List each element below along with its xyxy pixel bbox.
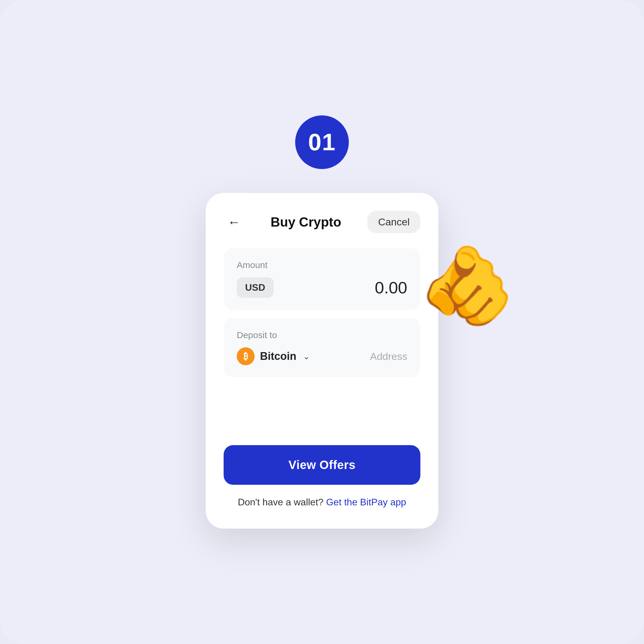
spacer [224, 386, 420, 445]
footer: Don't have a wallet? Get the BitPay app [224, 497, 420, 508]
amount-label: Amount [237, 260, 407, 270]
page-title: Buy Crypto [271, 215, 341, 230]
amount-value[interactable]: 0.00 [375, 278, 407, 297]
bitcoin-icon: ₿ [237, 347, 255, 365]
view-offers-button[interactable]: View Offers [224, 445, 420, 485]
bitpay-app-link[interactable]: Get the BitPay app [326, 497, 406, 507]
page-wrapper: 01 ← Buy Crypto Cancel Amount USD 0.00 [0, 0, 644, 644]
address-label[interactable]: Address [370, 351, 407, 362]
step-badge: 01 [295, 115, 349, 169]
deposit-row: ₿ Bitcoin ⌄ Address [237, 347, 407, 365]
cancel-button[interactable]: Cancel [367, 211, 420, 233]
amount-card: Amount USD 0.00 [224, 248, 420, 310]
phone-card: ← Buy Crypto Cancel Amount USD 0.00 Depo… [206, 193, 438, 529]
back-arrow-icon: ← [227, 216, 241, 229]
currency-badge[interactable]: USD [237, 277, 274, 298]
chevron-down-icon: ⌄ [303, 352, 310, 361]
back-button[interactable]: ← [224, 212, 244, 233]
pointing-hand-icon: 🫵 [419, 247, 516, 324]
footer-static-text: Don't have a wallet? [238, 497, 323, 507]
amount-row: USD 0.00 [237, 277, 407, 298]
deposit-card: Deposit to ₿ Bitcoin ⌄ Address [224, 318, 420, 377]
step-number: 01 [308, 129, 336, 156]
header: ← Buy Crypto Cancel [224, 211, 420, 233]
crypto-selector[interactable]: ₿ Bitcoin ⌄ [237, 347, 310, 365]
phone-container: ← Buy Crypto Cancel Amount USD 0.00 Depo… [206, 193, 438, 529]
deposit-label: Deposit to [237, 330, 407, 340]
crypto-name: Bitcoin [260, 350, 296, 363]
